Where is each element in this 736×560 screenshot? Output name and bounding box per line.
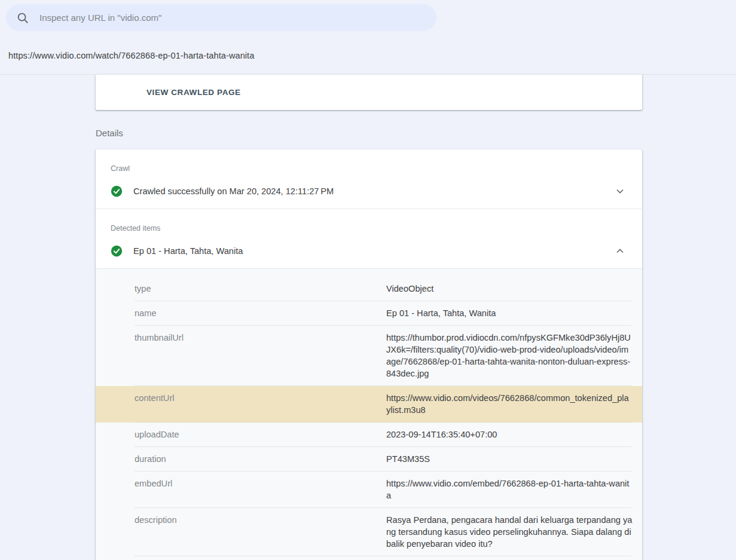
table-row: thumbnailUrl https://thumbor.prod.vidioc… xyxy=(96,326,642,386)
detected-item-title: Ep 01 - Harta, Tahta, Wanita xyxy=(133,246,616,256)
structured-data-properties-table: type VideoObject name Ep 01 - Harta, Tah… xyxy=(96,268,642,560)
property-value: PT43M35S xyxy=(386,453,633,465)
search-input[interactable] xyxy=(39,4,436,31)
top-bar: https://www.vidio.com/watch/7662868-ep-0… xyxy=(0,0,736,75)
property-key: thumbnailUrl xyxy=(135,332,386,344)
url-inspection-search-bar[interactable] xyxy=(6,4,436,31)
content-column: VIEW CRAWLED PAGE Details Crawl Crawled … xyxy=(96,75,642,560)
search-icon xyxy=(16,11,29,25)
property-value: https://thumbor.prod.vidiocdn.com/nfpysK… xyxy=(386,332,633,380)
details-card: Crawl Crawled successfully on Mar 20, 20… xyxy=(96,149,642,560)
check-circle-icon xyxy=(111,185,123,197)
property-key: type xyxy=(135,283,386,295)
table-row-highlighted: contentUrl https://www.vidio.com/videos/… xyxy=(96,386,642,423)
chevron-down-icon[interactable] xyxy=(616,187,624,195)
detected-item-row[interactable]: Ep 01 - Harta, Tahta, Wanita xyxy=(96,232,642,268)
property-value: https://www.vidio.com/videos/7662868/com… xyxy=(386,392,633,416)
property-key: description xyxy=(135,514,386,526)
crawled-page-card: VIEW CRAWLED PAGE xyxy=(96,75,642,110)
table-row: description Rasya Perdana, pengacara han… xyxy=(96,508,642,556)
crawl-status-text: Crawled successfully on Mar 20, 2024, 12… xyxy=(133,186,616,196)
property-key: name xyxy=(135,307,386,319)
detected-items-label: Detected items xyxy=(111,224,642,232)
property-value: Ep 01 - Harta, Tahta, Wanita xyxy=(386,307,633,319)
chevron-up-icon[interactable] xyxy=(616,247,624,255)
view-crawled-page-button[interactable]: VIEW CRAWLED PAGE xyxy=(146,88,241,97)
property-value: https://www.vidio.com/embed/7662868-ep-0… xyxy=(386,478,633,501)
detected-items-section: Detected items Ep 01 - Harta, Tahta, Wan… xyxy=(96,209,642,268)
crawl-status-row[interactable]: Crawled successfully on Mar 20, 2024, 12… xyxy=(96,173,642,209)
property-value: VideoObject xyxy=(386,283,633,295)
crawl-section-label: Crawl xyxy=(111,164,642,173)
table-row: type VideoObject xyxy=(96,277,642,301)
property-key: duration xyxy=(135,453,386,465)
table-row: embedUrl https://www.vidio.com/embed/766… xyxy=(96,472,642,508)
property-value: Rasya Perdana, pengacara handal dari kel… xyxy=(386,514,633,550)
details-heading: Details xyxy=(96,128,642,138)
property-key: embedUrl xyxy=(135,478,386,489)
table-row: uploadDate 2023-09-14T16:35:40+07:00 xyxy=(96,423,642,447)
inspected-url: https://www.vidio.com/watch/7662868-ep-0… xyxy=(8,51,254,60)
property-key: uploadDate xyxy=(135,429,386,440)
property-key: contentUrl xyxy=(135,392,386,404)
crawl-section: Crawl Crawled successfully on Mar 20, 20… xyxy=(96,149,642,209)
table-row: duration PT43M35S xyxy=(96,447,642,472)
property-value: 2023-09-14T16:35:40+07:00 xyxy=(386,429,633,440)
check-circle-icon xyxy=(111,245,123,257)
table-row: name Ep 01 - Harta, Tahta, Wanita xyxy=(96,301,642,326)
